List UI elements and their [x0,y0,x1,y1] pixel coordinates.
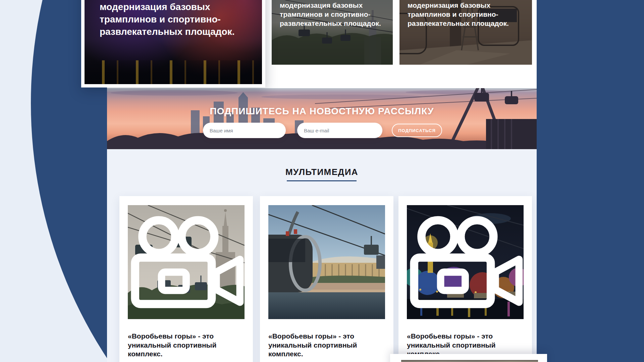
page: { "colors": { "page_bg": "#e8eef7", "cir… [0,0,644,362]
title-underline [287,180,357,181]
video-camera-icon [128,205,245,319]
video-card[interactable]: «Воробьевы горы» - это уникальный спорти… [260,196,393,362]
video-thumbnail-gondola-stadium[interactable] [268,205,385,319]
subscribe-button[interactable]: ПОДПИСАТЬСЯ [392,124,442,137]
name-input[interactable] [203,123,286,138]
video-camera-icon [407,205,524,319]
video-thumbnail-cable-cars[interactable] [128,205,245,319]
multimedia-section: МУЛЬТИМЕДИА [107,149,537,362]
video-caption: «Воробьевы горы» - это уникальный спорти… [268,332,382,359]
news-card[interactable]: модернизация базовых трамплинов и спорти… [272,0,393,65]
video-card[interactable]: «Воробьевы горы» - это уникальный спорти… [119,196,253,362]
newsletter-banner: ПОДПИШИТЕСЬ НА НОВОСТНУЮ РАССЫЛКУ ПОДПИС… [107,88,537,149]
newsletter-title: ПОДПИШИТЕСЬ НА НОВОСТНУЮ РАССЫЛКУ [107,106,537,117]
overlay-photo-strip [401,360,538,362]
night-illumination-image: модернизация базовых трамплинов и спорти… [85,0,262,84]
sunset-city-silhouettes [107,88,537,149]
video-caption: «Воробьевы горы» - это уникальный спорти… [128,332,242,359]
multimedia-title: МУЛЬТИМЕДИА [107,167,537,177]
news-card-active[interactable]: модернизация базовых трамплинов и спорти… [81,0,265,87]
news-section: модернизация базовых трамплинов и спорти… [107,0,537,88]
bottom-overlay-panel[interactable] [390,354,547,362]
newsletter-form: ПОДПИСАТЬСЯ [107,123,537,138]
news-caption: модернизация базовых трамплинов и спорти… [280,1,384,28]
news-caption: модернизация базовых трамплинов и спорти… [100,1,254,38]
video-thumbnail-night-lights[interactable] [407,205,524,319]
video-card[interactable]: «Воробьевы горы» - это уникальный спорти… [398,196,532,362]
content-column: модернизация базовых трамплинов и спорти… [107,0,537,362]
email-input[interactable] [297,123,382,138]
news-caption: модернизация базовых трамплинов и спорти… [408,1,512,28]
news-card[interactable]: модернизация базовых трамплинов и спорти… [399,0,532,65]
